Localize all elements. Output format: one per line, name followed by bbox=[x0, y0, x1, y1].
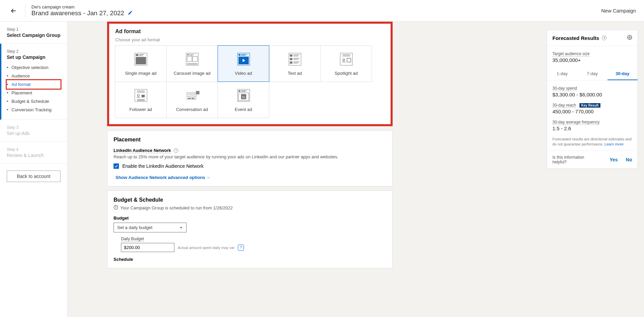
step-2: Step 2 Set up Campaign Objective selecti… bbox=[0, 44, 67, 120]
step-title: Select Campaign Group bbox=[7, 32, 60, 38]
tab-1-day[interactable]: 1-day bbox=[547, 68, 577, 80]
svg-marker-59 bbox=[180, 227, 182, 228]
gear-icon[interactable] bbox=[627, 35, 632, 41]
budget-section: Budget & Schedule Your Campaign Group is… bbox=[107, 190, 393, 268]
substep-conversion[interactable]: Conversion Tracking bbox=[7, 106, 60, 114]
step-title: Set up Campaign bbox=[7, 54, 60, 60]
format-label: Conversation ad bbox=[176, 107, 208, 112]
format-spotlight[interactable]: Spotlight ad bbox=[320, 45, 372, 82]
substep-budget[interactable]: Budget & Schedule bbox=[7, 97, 60, 106]
svg-rect-46 bbox=[190, 96, 195, 97]
substep-adformat[interactable]: Ad format bbox=[7, 80, 60, 89]
conversation-icon bbox=[185, 88, 200, 103]
svg-rect-9 bbox=[187, 56, 192, 61]
svg-rect-41 bbox=[196, 91, 199, 94]
checkbox-label: Enable the LinkedIn Audience Network bbox=[122, 163, 204, 169]
back-arrow-icon[interactable] bbox=[8, 5, 19, 16]
placement-section: Placement LinkedIn Audience Network ? Re… bbox=[107, 130, 393, 186]
edit-icon[interactable] bbox=[128, 10, 133, 16]
advanced-options-link[interactable]: Show Audience Network advanced options bbox=[116, 175, 210, 180]
daily-budget-input[interactable] bbox=[121, 243, 174, 252]
format-label: Follower ad bbox=[129, 107, 152, 112]
tab-7-day[interactable]: 7-day bbox=[577, 68, 607, 80]
breadcrumb: Dw's campaign cream Brand awareness - Ja… bbox=[31, 4, 601, 17]
format-label: Carousel image ad bbox=[174, 71, 210, 76]
help-icon[interactable]: ? bbox=[174, 148, 178, 153]
audience-size-label: Target audience size bbox=[552, 51, 590, 56]
step-3[interactable]: Step 3 Set up Ads bbox=[0, 120, 67, 142]
substep-placement[interactable]: Placement bbox=[7, 89, 60, 97]
key-result-badge: Key Result bbox=[579, 103, 600, 108]
forecast-sidebar: Forecasted Results ? Target audience siz… bbox=[547, 22, 644, 317]
svg-rect-4 bbox=[135, 57, 146, 64]
spend-label: 30-day spend bbox=[552, 86, 577, 91]
step-label: Step 2 bbox=[7, 49, 60, 54]
svg-rect-6 bbox=[187, 54, 189, 55]
back-to-account-button[interactable]: Back to account bbox=[7, 171, 60, 182]
helpful-question: Is this information helpful? bbox=[552, 155, 593, 164]
svg-rect-1 bbox=[135, 54, 138, 56]
format-single-image[interactable]: Single image ad bbox=[115, 45, 167, 82]
daily-budget-note: Actual amount spent daily may var bbox=[178, 246, 234, 250]
svg-rect-47 bbox=[188, 98, 191, 99]
substep-objective[interactable]: Objective selection bbox=[7, 63, 60, 72]
step-title: Review & Launch bbox=[7, 153, 60, 158]
event-icon: 31 bbox=[236, 88, 251, 103]
svg-rect-26 bbox=[290, 61, 292, 64]
audience-size-value: 35,000,000+ bbox=[552, 57, 632, 63]
format-label: Event ad bbox=[235, 107, 252, 112]
help-icon[interactable]: ? bbox=[238, 245, 244, 251]
single-image-icon bbox=[133, 52, 148, 67]
format-follower[interactable]: Follower ad bbox=[115, 82, 167, 118]
network-label: LinkedIn Audience Network bbox=[114, 148, 171, 153]
text-ad-icon bbox=[288, 52, 302, 67]
svg-point-45 bbox=[188, 96, 189, 97]
network-description: Reach up to 25% more of your target audi… bbox=[114, 154, 386, 159]
help-icon[interactable]: ? bbox=[602, 36, 606, 40]
helpful-yes-button[interactable]: Yes bbox=[610, 157, 618, 162]
svg-point-58 bbox=[116, 206, 116, 207]
format-carousel-image[interactable]: Carousel image ad bbox=[166, 45, 218, 82]
step-title: Set up Ads bbox=[7, 131, 60, 136]
format-conversation[interactable]: Conversation ad bbox=[166, 82, 218, 118]
svg-point-37 bbox=[137, 94, 139, 96]
ad-format-section: Ad format Choose your ad format Single i… bbox=[107, 22, 393, 126]
sidebar: Step 1 Select Campaign Group Step 2 Set … bbox=[0, 22, 68, 317]
section-title: Budget & Schedule bbox=[114, 197, 386, 203]
svg-rect-20 bbox=[290, 54, 292, 56]
svg-rect-33 bbox=[347, 58, 350, 62]
learn-more-link[interactable]: Learn more bbox=[604, 142, 623, 146]
format-event[interactable]: 31 Event ad bbox=[218, 82, 269, 118]
helpful-no-button[interactable]: No bbox=[626, 157, 632, 162]
campaign-group-name: Dw's campaign cream bbox=[31, 4, 601, 9]
daily-budget-label: Daily Budget bbox=[121, 236, 144, 242]
step-label: Step 1 bbox=[7, 27, 60, 32]
svg-rect-10 bbox=[192, 56, 197, 61]
format-label: Spotlight ad bbox=[335, 71, 358, 76]
page-mode-label: New Campaign bbox=[601, 8, 636, 14]
svg-point-32 bbox=[343, 59, 345, 61]
svg-rect-23 bbox=[290, 58, 292, 60]
spend-value: $3,300.00 - $6,000.00 bbox=[552, 92, 632, 97]
format-text[interactable]: Text ad bbox=[269, 45, 321, 82]
campaign-title: Brand awareness - Jan 27, 2022 bbox=[31, 9, 124, 17]
schedule-info: Your Campaign Group is scheduled to run … bbox=[120, 205, 233, 210]
step-1[interactable]: Step 1 Select Campaign Group bbox=[0, 22, 67, 44]
enable-network-checkbox[interactable] bbox=[114, 163, 119, 169]
format-label: Video ad bbox=[235, 71, 252, 76]
chevron-down-icon bbox=[206, 176, 210, 180]
svg-rect-48 bbox=[191, 98, 194, 99]
section-subtitle: Choose your ad format bbox=[115, 37, 385, 42]
budget-type-select[interactable]: Set a daily budget bbox=[114, 223, 187, 232]
section-title: Ad format bbox=[115, 28, 385, 35]
svg-point-43 bbox=[188, 93, 189, 94]
tab-30-day[interactable]: 30-day bbox=[608, 68, 638, 80]
step-4[interactable]: Step 4 Review & Launch bbox=[0, 142, 67, 164]
reach-value: 450,000 - 770,000 bbox=[552, 109, 632, 114]
format-label: Single image ad bbox=[125, 71, 156, 76]
svg-rect-14 bbox=[238, 54, 240, 55]
format-video[interactable]: Video ad bbox=[218, 45, 269, 82]
spotlight-icon bbox=[339, 52, 354, 67]
substep-audience[interactable]: Audience bbox=[7, 72, 60, 80]
forecast-note: Forecasted results are directional estim… bbox=[552, 137, 632, 147]
